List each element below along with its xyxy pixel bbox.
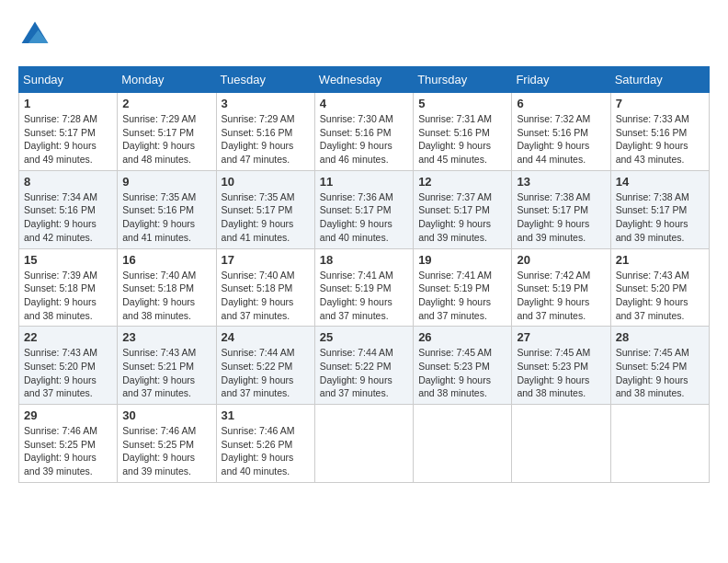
day-number: 23 xyxy=(122,330,210,344)
weekday-header-saturday: Saturday xyxy=(610,67,709,93)
day-number: 8 xyxy=(24,175,112,189)
day-info: Sunrise: 7:43 AM Sunset: 5:20 PM Dayligh… xyxy=(24,346,112,400)
weekday-header-monday: Monday xyxy=(118,67,216,93)
day-info: Sunrise: 7:40 AM Sunset: 5:18 PM Dayligh… xyxy=(222,269,310,323)
day-info: Sunrise: 7:41 AM Sunset: 5:19 PM Dayligh… xyxy=(418,269,506,323)
day-number: 29 xyxy=(24,408,112,422)
day-number: 19 xyxy=(418,253,506,267)
calendar-cell xyxy=(414,405,512,483)
calendar-cell: 24 Sunrise: 7:44 AM Sunset: 5:22 PM Dayl… xyxy=(216,327,314,405)
day-info: Sunrise: 7:33 AM Sunset: 5:16 PM Dayligh… xyxy=(616,112,704,167)
day-info: Sunrise: 7:42 AM Sunset: 5:19 PM Dayligh… xyxy=(517,269,605,323)
calendar-week-row: 8 Sunrise: 7:34 AM Sunset: 5:16 PM Dayli… xyxy=(19,170,710,248)
calendar-cell: 1 Sunrise: 7:28 AM Sunset: 5:17 PM Dayli… xyxy=(19,93,118,171)
day-number: 21 xyxy=(616,253,704,267)
day-number: 4 xyxy=(320,97,408,110)
day-info: Sunrise: 7:36 AM Sunset: 5:17 PM Dayligh… xyxy=(320,190,408,245)
calendar-cell: 19 Sunrise: 7:41 AM Sunset: 5:19 PM Dayl… xyxy=(414,248,512,327)
page-header xyxy=(18,18,710,52)
calendar-cell: 2 Sunrise: 7:29 AM Sunset: 5:17 PM Dayli… xyxy=(118,93,216,171)
calendar-cell: 4 Sunrise: 7:30 AM Sunset: 5:16 PM Dayli… xyxy=(314,93,413,171)
day-number: 26 xyxy=(418,330,506,344)
calendar-cell: 13 Sunrise: 7:38 AM Sunset: 5:17 PM Dayl… xyxy=(512,170,610,248)
day-number: 10 xyxy=(222,175,310,189)
day-info: Sunrise: 7:46 AM Sunset: 5:25 PM Dayligh… xyxy=(24,424,112,478)
calendar-cell: 3 Sunrise: 7:29 AM Sunset: 5:16 PM Dayli… xyxy=(216,93,314,171)
day-info: Sunrise: 7:39 AM Sunset: 5:18 PM Dayligh… xyxy=(24,269,112,323)
day-info: Sunrise: 7:45 AM Sunset: 5:24 PM Dayligh… xyxy=(616,346,704,400)
calendar-cell: 22 Sunrise: 7:43 AM Sunset: 5:20 PM Dayl… xyxy=(19,327,118,405)
day-info: Sunrise: 7:44 AM Sunset: 5:22 PM Dayligh… xyxy=(320,346,408,400)
day-info: Sunrise: 7:37 AM Sunset: 5:17 PM Dayligh… xyxy=(418,190,506,245)
day-info: Sunrise: 7:44 AM Sunset: 5:22 PM Dayligh… xyxy=(222,346,310,400)
calendar-week-row: 29 Sunrise: 7:46 AM Sunset: 5:25 PM Dayl… xyxy=(19,405,710,483)
weekday-header-thursday: Thursday xyxy=(414,67,512,93)
day-number: 16 xyxy=(122,253,210,267)
calendar-week-row: 22 Sunrise: 7:43 AM Sunset: 5:20 PM Dayl… xyxy=(19,327,710,405)
calendar-cell: 12 Sunrise: 7:37 AM Sunset: 5:17 PM Dayl… xyxy=(414,170,512,248)
calendar-week-row: 15 Sunrise: 7:39 AM Sunset: 5:18 PM Dayl… xyxy=(19,248,710,327)
day-number: 28 xyxy=(616,330,704,344)
logo-icon xyxy=(18,18,51,52)
day-number: 25 xyxy=(320,330,408,344)
weekday-header-sunday: Sunday xyxy=(19,67,118,93)
day-number: 2 xyxy=(122,97,210,110)
calendar-cell: 17 Sunrise: 7:40 AM Sunset: 5:18 PM Dayl… xyxy=(216,248,314,327)
day-info: Sunrise: 7:46 AM Sunset: 5:25 PM Dayligh… xyxy=(122,424,210,478)
calendar-cell: 31 Sunrise: 7:46 AM Sunset: 5:26 PM Dayl… xyxy=(216,405,314,483)
calendar-cell: 23 Sunrise: 7:43 AM Sunset: 5:21 PM Dayl… xyxy=(118,327,216,405)
calendar-cell xyxy=(512,405,610,483)
calendar-cell: 30 Sunrise: 7:46 AM Sunset: 5:25 PM Dayl… xyxy=(118,405,216,483)
day-number: 13 xyxy=(517,175,605,189)
day-number: 22 xyxy=(24,330,112,344)
day-info: Sunrise: 7:46 AM Sunset: 5:26 PM Dayligh… xyxy=(222,424,310,478)
day-number: 1 xyxy=(24,97,112,110)
calendar-week-row: 1 Sunrise: 7:28 AM Sunset: 5:17 PM Dayli… xyxy=(19,93,710,171)
calendar-table: SundayMondayTuesdayWednesdayThursdayFrid… xyxy=(18,66,710,483)
calendar-cell: 7 Sunrise: 7:33 AM Sunset: 5:16 PM Dayli… xyxy=(610,93,709,171)
day-info: Sunrise: 7:43 AM Sunset: 5:20 PM Dayligh… xyxy=(616,269,704,323)
day-number: 14 xyxy=(616,175,704,189)
calendar-cell xyxy=(314,405,413,483)
day-number: 31 xyxy=(222,408,310,422)
day-number: 5 xyxy=(418,97,506,110)
day-info: Sunrise: 7:32 AM Sunset: 5:16 PM Dayligh… xyxy=(517,112,605,167)
day-info: Sunrise: 7:28 AM Sunset: 5:17 PM Dayligh… xyxy=(24,112,112,167)
day-info: Sunrise: 7:34 AM Sunset: 5:16 PM Dayligh… xyxy=(24,190,112,245)
calendar-cell xyxy=(610,405,709,483)
calendar-cell: 11 Sunrise: 7:36 AM Sunset: 5:17 PM Dayl… xyxy=(314,170,413,248)
day-number: 20 xyxy=(517,253,605,267)
calendar-cell: 20 Sunrise: 7:42 AM Sunset: 5:19 PM Dayl… xyxy=(512,248,610,327)
calendar-cell: 10 Sunrise: 7:35 AM Sunset: 5:17 PM Dayl… xyxy=(216,170,314,248)
calendar-cell: 5 Sunrise: 7:31 AM Sunset: 5:16 PM Dayli… xyxy=(414,93,512,171)
day-number: 24 xyxy=(222,330,310,344)
calendar-cell: 26 Sunrise: 7:45 AM Sunset: 5:23 PM Dayl… xyxy=(414,327,512,405)
day-number: 18 xyxy=(320,253,408,267)
weekday-header-wednesday: Wednesday xyxy=(314,67,413,93)
calendar-cell: 18 Sunrise: 7:41 AM Sunset: 5:19 PM Dayl… xyxy=(314,248,413,327)
day-info: Sunrise: 7:43 AM Sunset: 5:21 PM Dayligh… xyxy=(122,346,210,400)
day-number: 7 xyxy=(616,97,704,110)
day-number: 11 xyxy=(320,175,408,189)
day-info: Sunrise: 7:40 AM Sunset: 5:18 PM Dayligh… xyxy=(122,269,210,323)
day-number: 30 xyxy=(122,408,210,422)
logo xyxy=(18,18,55,52)
day-info: Sunrise: 7:29 AM Sunset: 5:17 PM Dayligh… xyxy=(122,112,210,167)
weekday-header-row: SundayMondayTuesdayWednesdayThursdayFrid… xyxy=(19,67,710,93)
day-info: Sunrise: 7:38 AM Sunset: 5:17 PM Dayligh… xyxy=(616,190,704,245)
calendar-cell: 8 Sunrise: 7:34 AM Sunset: 5:16 PM Dayli… xyxy=(19,170,118,248)
day-info: Sunrise: 7:41 AM Sunset: 5:19 PM Dayligh… xyxy=(320,269,408,323)
calendar-cell: 25 Sunrise: 7:44 AM Sunset: 5:22 PM Dayl… xyxy=(314,327,413,405)
calendar-cell: 21 Sunrise: 7:43 AM Sunset: 5:20 PM Dayl… xyxy=(610,248,709,327)
day-info: Sunrise: 7:38 AM Sunset: 5:17 PM Dayligh… xyxy=(517,190,605,245)
calendar-cell: 29 Sunrise: 7:46 AM Sunset: 5:25 PM Dayl… xyxy=(19,405,118,483)
calendar-cell: 15 Sunrise: 7:39 AM Sunset: 5:18 PM Dayl… xyxy=(19,248,118,327)
day-number: 6 xyxy=(517,97,605,110)
calendar-cell: 28 Sunrise: 7:45 AM Sunset: 5:24 PM Dayl… xyxy=(610,327,709,405)
day-number: 12 xyxy=(418,175,506,189)
day-info: Sunrise: 7:45 AM Sunset: 5:23 PM Dayligh… xyxy=(418,346,506,400)
calendar-cell: 16 Sunrise: 7:40 AM Sunset: 5:18 PM Dayl… xyxy=(118,248,216,327)
calendar-cell: 27 Sunrise: 7:45 AM Sunset: 5:23 PM Dayl… xyxy=(512,327,610,405)
weekday-header-friday: Friday xyxy=(512,67,610,93)
day-number: 9 xyxy=(122,175,210,189)
